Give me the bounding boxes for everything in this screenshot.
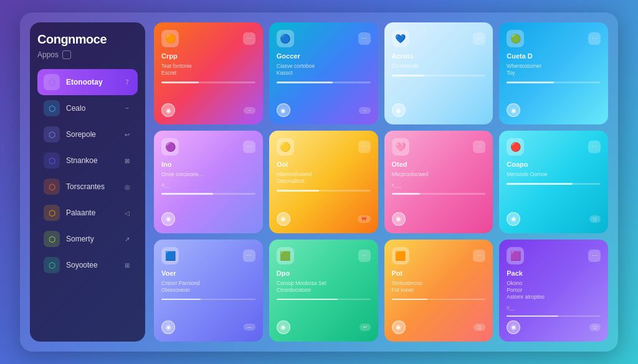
card-app-icon: 🔵 [277,30,294,47]
sidebar-item-etonootay[interactable]: ⬡ Etonootay 7 [37,69,138,95]
app-card-card-9[interactable]: 🟦 ⋯ Voer Cnsorr PamiondOtesooveon ◉ — [154,240,263,342]
card-tag: ◫ [474,324,485,331]
sidebar-badge-cealo: ~ [123,104,131,113]
sidebar-label-etonootay: Etonootay [66,78,117,86]
card-app-icon: 🟪 [507,247,524,264]
app-card-card-3[interactable]: 💙 ⋯ Acrots Ctcotneode ◉ [384,22,493,124]
card-menu-btn[interactable]: ⋯ [588,250,601,262]
card-menu-btn[interactable]: ⋯ [473,32,485,45]
sidebar-label-cealo: Cealo [66,104,117,113]
card-title: Coapo [507,161,601,168]
card-tag: ↩ [359,324,371,331]
sidebar-label-soyootee: Soyootee [66,261,117,269]
card-progress-bar [392,193,486,195]
card-footer: ◉ ◻ [507,320,601,334]
sidebar-badge-palaante: ◁ [123,208,131,217]
card-progress-bar [392,75,486,77]
sidebar-label-torscrantes: Torscrantes [66,182,117,191]
card-footer: ◉ → [277,103,371,117]
card-title: Ino [161,161,255,168]
card-avatar: ◉ [507,212,520,226]
card-menu-btn[interactable]: ⋯ [358,141,371,153]
card-app-icon: 🟣 [161,138,179,156]
card-progress-fill [507,315,558,317]
card-desc: Ciasve cortoboeKassct [277,63,371,77]
card-footer: ◉ ◫ [392,320,486,334]
sidebar-item-soyootee[interactable]: ⬡ Soyootee ⊞ [37,252,138,278]
sidebar-item-palaante[interactable]: ⬡ Palaante ◁ [37,200,138,226]
sidebar-item-torscrantes[interactable]: ⬡ Torscrantes ◎ [37,174,138,200]
app-card-card-12[interactable]: 🟪 ⋯ Pack OkonoPomorAstomr atroptoo 0__ ◉… [499,240,608,342]
sidebar-label-somerty: Somerty [66,235,117,243]
card-tag: → [244,107,255,114]
card-desc: Cnsorr PamiondOtesooveon [161,280,255,294]
card-header: 🟪 ⋯ [507,247,601,264]
card-desc: Onoe corcivone... [161,171,255,178]
sidebar-label-stnankoe: Stnankoe [66,156,117,165]
card-avatar: ◉ [507,103,520,117]
card-menu-btn[interactable]: ⋯ [243,250,255,262]
card-title: Ool [277,161,371,168]
card-tag: 🎀 [358,215,371,223]
sidebar-item-sorepole[interactable]: ⬡ Sorepole ↩ [37,121,138,147]
card-menu-btn[interactable]: ⋯ [588,141,601,153]
card-header: 🟩 ⋯ [277,247,371,264]
card-footer: ◉ [507,103,601,117]
card-progress-bar [392,299,486,301]
app-card-card-1[interactable]: 🟠 ⋯ Crpp Teat fontonieEscret ◉ → [154,22,263,124]
card-progress-fill [277,82,333,83]
card-title: Cueta D [507,52,601,60]
app-card-card-7[interactable]: 🩷 ⋯ Oted Mkcproolocwed h___ ◉ [384,131,493,233]
card-menu-btn[interactable]: ⋯ [243,141,255,153]
card-meta: h___ [392,182,486,188]
card-title: Crpp [161,52,255,60]
sidebar-icon-etonootay: ⬡ [49,78,55,87]
sidebar-item-cealo[interactable]: ⬡ Cealo ~ [37,95,138,121]
card-header: 🟡 ⋯ [277,138,371,156]
card-footer: ◉ [392,212,486,226]
card-menu-btn[interactable]: ⋯ [473,250,485,262]
card-app-icon: 🟡 [277,138,294,156]
card-header: 🔴 ⋯ [507,138,601,156]
card-avatar: ◉ [161,212,175,226]
card-header: 🔵 ⋯ [277,30,371,47]
card-menu-btn[interactable]: ⋯ [358,32,371,45]
card-progress-bar [507,183,601,185]
card-avatar: ◉ [161,103,175,117]
card-avatar: ◉ [277,212,290,226]
app-card-card-5[interactable]: 🟣 ⋯ Ino Onoe corcivone... R__ ◉ [154,131,263,233]
sidebar-badge-etonootay: 7 [123,78,131,86]
card-title: Pack [507,269,601,277]
card-title: Voer [161,269,255,277]
app-card-card-10[interactable]: 🟩 ⋯ Dpo Coroop Mookosa SetCtcordocotoon … [269,240,378,342]
app-card-card-2[interactable]: 🔵 ⋯ Goccer Ciasve cortoboeKassct ◉ → [269,22,378,124]
app-card-card-11[interactable]: 🟧 ⋯ Pot TontootercooFot kooet ◉ ◫ [384,240,493,342]
sidebar-badge-somerty: ↗ [123,235,131,243]
card-menu-btn[interactable]: ⋯ [243,32,255,45]
card-app-icon: 💙 [392,30,409,47]
app-card-card-4[interactable]: 🟢 ⋯ Cueta D WhentostornerToy ◉ [499,22,608,124]
card-avatar: ◉ [392,103,406,117]
card-tag: ◻ [589,215,601,223]
sidebar-item-somerty[interactable]: ⬡ Somerty ↗ [37,226,138,252]
card-menu-btn[interactable]: ⋯ [358,250,371,262]
card-menu-btn[interactable]: ⋯ [588,32,601,45]
sidebar-item-stnankoe[interactable]: ⬡ Stnankoe ⊠ [37,147,138,174]
card-footer: ◉ ↩ [277,320,371,334]
card-progress-bar [277,299,371,301]
card-tag: → [359,107,371,114]
card-menu-btn[interactable]: ⋯ [473,141,485,153]
sidebar-badge-torscrantes: ◎ [123,182,131,191]
card-header: 🩷 ⋯ [392,138,486,156]
card-header: 🟣 ⋯ [161,138,255,156]
main-container: Congnmoce Appos ⬡ Etonootay 7 ⬡ Cealo ~ … [20,12,618,352]
app-card-card-8[interactable]: 🔴 ⋯ Coapo Mensode Oomoe ◉ ◻ [499,131,608,233]
card-header: 🟦 ⋯ [161,247,255,264]
card-app-icon: 🩷 [392,138,409,156]
card-progress-fill [277,299,338,301]
app-card-card-6[interactable]: 🟡 ⋯ Ool HlamoothowedOstcmalloot ◉ 🎀 [269,131,378,233]
card-desc: Mensode Oomoe [507,171,601,178]
card-progress-fill [392,299,427,301]
card-footer: ◉ ◻ [507,212,601,226]
card-tag: ◻ [589,324,601,331]
